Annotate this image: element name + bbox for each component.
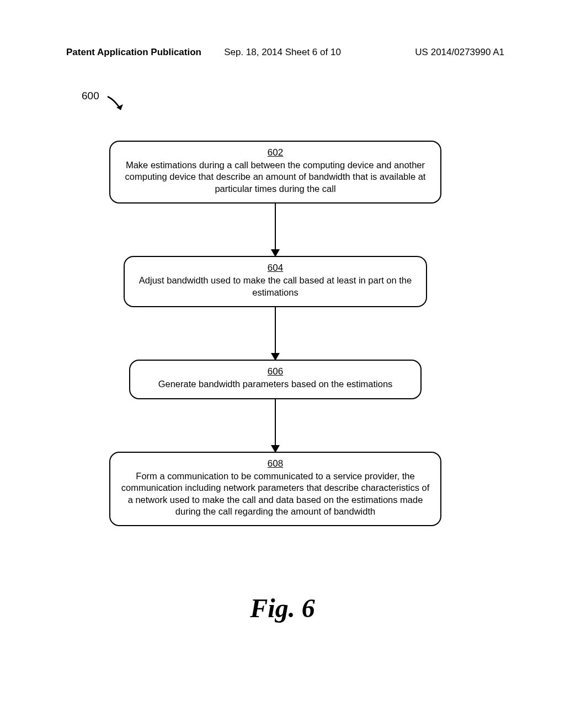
header-center-text: Sep. 18, 2014 Sheet 6 of 10: [224, 47, 341, 58]
header-left-text: Patent Application Publication: [66, 47, 201, 58]
figure-caption-label: Fig. 6: [250, 593, 315, 623]
flow-step-602: 602 Make estimations during a call betwe…: [109, 141, 441, 204]
flow-connector: [275, 399, 276, 452]
flow-connector: [275, 307, 276, 360]
step-number: 602: [120, 147, 430, 158]
step-number: 606: [140, 366, 411, 377]
pointer-arrow-icon: [106, 95, 129, 117]
step-number: 604: [135, 263, 416, 274]
step-text: Make estimations during a call between t…: [125, 160, 426, 194]
flow-connector: [275, 204, 276, 256]
step-number: 608: [120, 458, 430, 469]
flow-step-604: 604 Adjust bandwidth used to make the ca…: [124, 256, 427, 307]
step-text: Form a communication to be communicated …: [121, 471, 430, 516]
figure-reference-number: 600: [82, 90, 99, 102]
header-right-text: US 2014/0273990 A1: [415, 47, 504, 58]
flow-step-606: 606 Generate bandwidth parameters based …: [129, 360, 422, 399]
flowchart-container: 602 Make estimations during a call betwe…: [109, 141, 441, 526]
step-text: Generate bandwidth parameters based on t…: [158, 379, 393, 389]
flow-step-608: 608 Form a communication to be communica…: [109, 452, 441, 527]
page-header: Patent Application Publication Sep. 18, …: [0, 47, 565, 58]
step-text: Adjust bandwidth used to make the call b…: [139, 275, 412, 297]
